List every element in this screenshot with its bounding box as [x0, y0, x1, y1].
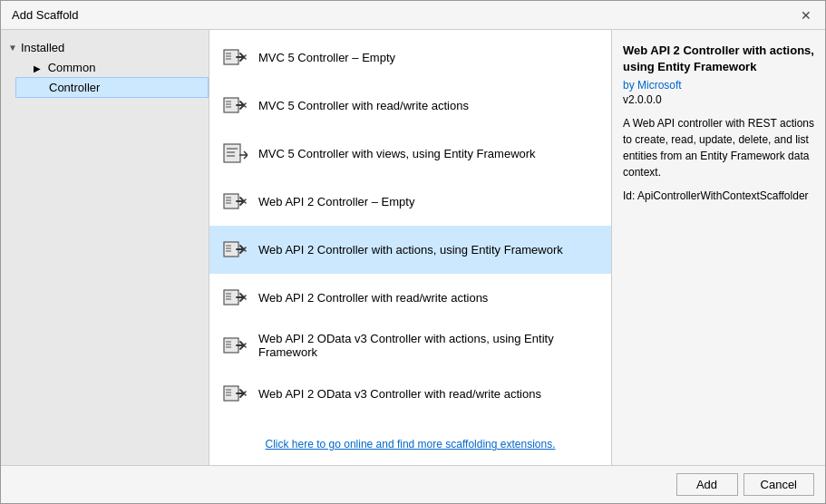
online-link-container: Click here to go online and find more sc…: [209, 426, 611, 461]
installed-label: Installed: [21, 41, 64, 54]
title-bar: Add Scaffold ✕: [1, 1, 825, 30]
close-button[interactable]: ✕: [798, 7, 814, 24]
scaffold-item-icon: [220, 43, 249, 72]
scaffold-item-label: MVC 5 Controller – Empty: [258, 51, 395, 64]
scaffold-item-webapi2-odata-ef[interactable]: Web API 2 OData v3 Controller with actio…: [209, 322, 611, 370]
main-content: ▼ Installed ▶ Common Controller MVC 5 Co…: [1, 30, 825, 465]
scaffold-item-mvc5-readwrite[interactable]: MVC 5 Controller with read/write actions: [209, 82, 611, 130]
dialog-title: Add Scaffold: [12, 8, 78, 22]
scaffold-item-webapi2-actions-ef[interactable]: Web API 2 Controller with actions, using…: [209, 226, 611, 274]
scaffold-item-icon: [220, 379, 249, 408]
scaffold-item-icon: [220, 283, 249, 312]
tree-item-controller[interactable]: Controller: [15, 77, 209, 98]
scaffold-item-label: MVC 5 Controller with views, using Entit…: [258, 147, 536, 160]
scaffold-item-label: Web API 2 OData v3 Controller with actio…: [258, 332, 600, 359]
installed-header: ▼ Installed: [1, 37, 209, 58]
left-panel: ▼ Installed ▶ Common Controller: [1, 30, 209, 465]
cancel-button[interactable]: Cancel: [743, 473, 814, 496]
add-button[interactable]: Add: [676, 473, 738, 496]
scaffold-item-icon: [220, 91, 249, 120]
scaffold-item-webapi2-readwrite[interactable]: Web API 2 Controller with read/write act…: [209, 274, 611, 322]
scaffold-item-label: MVC 5 Controller with read/write actions: [258, 99, 469, 112]
scaffold-item-label: Web API 2 OData v3 Controller with read/…: [258, 387, 541, 401]
detail-description: A Web API controller with REST actions t…: [623, 115, 814, 180]
tree-item-common[interactable]: ▶ Common: [15, 58, 209, 77]
tree-item-group: ▶ Common Controller: [1, 58, 209, 98]
scaffold-item-label: Web API 2 Controller with actions, using…: [258, 243, 563, 257]
online-link[interactable]: Click here to go online and find more sc…: [266, 438, 556, 451]
detail-author: by Microsoft: [623, 79, 814, 92]
detail-id: Id: ApiControllerWithContextScaffolder: [623, 189, 814, 202]
scaffold-item-label: Web API 2 Controller – Empty: [258, 195, 414, 208]
scaffold-items-container: MVC 5 Controller – Empty MVC 5 Controlle…: [209, 34, 611, 418]
center-panel: MVC 5 Controller – Empty MVC 5 Controlle…: [209, 30, 612, 465]
add-scaffold-dialog: Add Scaffold ✕ ▼ Installed ▶ Common Cont…: [0, 0, 826, 504]
svg-rect-2: [224, 144, 240, 162]
scaffold-item-icon: [220, 139, 249, 168]
detail-version: v2.0.0.0: [623, 93, 814, 106]
scaffold-item-label: Web API 2 Controller with read/write act…: [258, 291, 488, 305]
scaffold-item-mvc5-empty[interactable]: MVC 5 Controller – Empty: [209, 34, 611, 82]
right-panel: Web API 2 Controller with actions, using…: [612, 30, 825, 465]
tree-expand-arrow: ▼: [8, 43, 17, 53]
scaffold-item-icon: [220, 187, 249, 216]
detail-title: Web API 2 Controller with actions, using…: [623, 43, 814, 75]
scaffold-item-mvc5-views-ef[interactable]: MVC 5 Controller with views, using Entit…: [209, 130, 611, 178]
scaffold-item-webapi2-empty[interactable]: Web API 2 Controller – Empty: [209, 178, 611, 226]
scaffold-item-icon: [220, 331, 249, 360]
footer: Add Cancel: [1, 465, 825, 503]
scaffold-item-webapi2-odata-readwrite[interactable]: Web API 2 OData v3 Controller with read/…: [209, 370, 611, 418]
scaffold-item-icon: [220, 235, 249, 264]
tree-expand-common: ▶: [34, 63, 41, 73]
